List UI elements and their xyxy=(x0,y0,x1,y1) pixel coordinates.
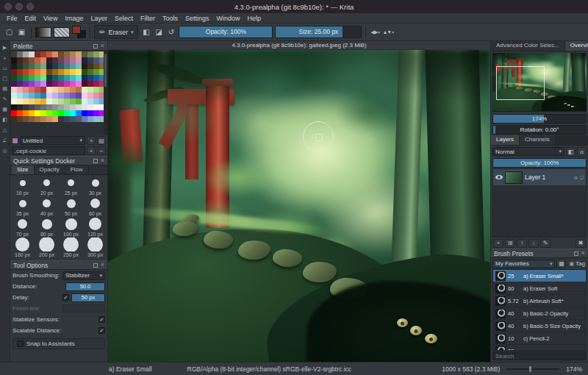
palette-swatch[interactable] xyxy=(82,63,87,69)
palette-swatch[interactable] xyxy=(46,75,52,81)
color-sampler-tool-icon[interactable]: ✎ xyxy=(1,95,10,104)
brush-size-option-25[interactable]: 25 px xyxy=(59,176,83,196)
palette-swatch[interactable] xyxy=(40,87,46,93)
palette-swatch[interactable] xyxy=(64,63,70,69)
palette-swatch[interactable] xyxy=(76,93,82,99)
tab-size[interactable]: Size xyxy=(12,165,35,174)
palette-swatch[interactable] xyxy=(11,116,17,122)
palette-swatch[interactable] xyxy=(11,69,17,75)
palette-swatch[interactable] xyxy=(40,63,46,69)
palette-swatch[interactable] xyxy=(64,87,70,93)
palette-swatch[interactable] xyxy=(46,81,52,87)
save-document-icon[interactable]: ▣ xyxy=(16,26,27,39)
overview-rotation-slider[interactable]: Rotation: 0.00° xyxy=(492,125,587,135)
palette-swatch[interactable] xyxy=(11,93,17,99)
brush-size-option-120[interactable]: 120 px xyxy=(83,217,107,238)
palette-swatch[interactable] xyxy=(70,87,76,93)
palette-swatch[interactable] xyxy=(52,93,58,99)
palette-swatch[interactable] xyxy=(52,81,58,87)
palette-swatch[interactable] xyxy=(23,116,29,122)
palette-swatch[interactable] xyxy=(46,104,52,110)
palette-swatch[interactable] xyxy=(46,63,52,69)
quick-settings-header[interactable]: Quick Settings Docker × xyxy=(10,156,107,165)
palette-swatch[interactable] xyxy=(23,81,29,87)
palette-swatch[interactable] xyxy=(93,51,99,57)
palette-swatch[interactable] xyxy=(46,87,52,93)
palette-swatch[interactable] xyxy=(93,81,99,87)
palette-swatch[interactable] xyxy=(35,63,40,69)
tab-flow[interactable]: Flow xyxy=(65,165,89,174)
palette-swatch[interactable] xyxy=(35,69,40,75)
palette-swatch[interactable] xyxy=(76,51,82,57)
palette-swatch[interactable] xyxy=(76,116,82,122)
palette-swatch[interactable] xyxy=(52,110,58,116)
overview-zoom-slider[interactable]: 174% xyxy=(492,114,587,124)
palette-swatch[interactable] xyxy=(76,99,82,104)
foreground-color-swatch[interactable] xyxy=(72,26,81,34)
palette-swatch[interactable] xyxy=(17,87,23,93)
palette-swatch[interactable] xyxy=(11,110,17,116)
float-docker-icon[interactable] xyxy=(93,159,98,163)
palette-menu-button[interactable]: ▤ xyxy=(97,136,106,145)
palette-swatch[interactable] xyxy=(58,99,64,104)
palette-swatch[interactable] xyxy=(17,75,23,81)
palette-swatch[interactable] xyxy=(58,104,64,110)
palette-swatch[interactable] xyxy=(82,51,87,57)
palette-swatch[interactable] xyxy=(29,75,35,81)
mirror-vertical-icon[interactable]: ▲▼▾ xyxy=(382,26,394,39)
blend-mode-select[interactable]: Normal ▾ xyxy=(492,147,564,156)
preset-view-mode-icon[interactable]: ▦ xyxy=(556,259,566,268)
palette-swatch[interactable] xyxy=(76,110,82,116)
tab-layers[interactable]: Layers xyxy=(491,135,520,145)
palette-swatch[interactable] xyxy=(17,110,23,116)
palette-swatch[interactable] xyxy=(82,110,87,116)
palette-swatch[interactable] xyxy=(11,99,17,104)
palette-swatch[interactable] xyxy=(93,93,99,99)
palette-swatch[interactable] xyxy=(58,69,64,75)
menu-edit[interactable]: Edit xyxy=(21,15,40,22)
palette-swatch[interactable] xyxy=(93,99,99,104)
brush-preset-item[interactable]: 60a) Eraser Soft xyxy=(493,282,586,295)
palette-swatch[interactable] xyxy=(87,87,93,93)
palette-swatch[interactable] xyxy=(70,57,76,63)
palette-swatch[interactable] xyxy=(17,116,23,122)
palette-swatch[interactable] xyxy=(46,99,52,104)
brush-size-option-70[interactable]: 70 px xyxy=(10,217,35,238)
palette-swatch[interactable] xyxy=(64,116,70,122)
brush-preset-item[interactable]: 40b) Basic-5 Size Opacity xyxy=(493,320,586,332)
palette-swatch[interactable] xyxy=(70,51,76,57)
palette-swatch[interactable] xyxy=(52,51,58,57)
palette-swatch[interactable] xyxy=(82,75,87,81)
palette-swatch[interactable] xyxy=(29,110,35,116)
palette-swatch[interactable] xyxy=(70,69,76,75)
add-layer-button[interactable]: + xyxy=(493,239,503,248)
tab-channels[interactable]: Channels xyxy=(520,135,556,145)
palette-swatch[interactable] xyxy=(35,87,40,93)
palette-swatch[interactable] xyxy=(17,93,23,99)
brush-preset-item[interactable]: 25a) Eraser Small* xyxy=(493,270,586,282)
palette-swatch[interactable] xyxy=(17,51,23,57)
palette-swatch[interactable] xyxy=(35,116,40,122)
preset-search-input[interactable] xyxy=(492,351,587,360)
palette-swatch[interactable] xyxy=(82,87,87,93)
snap-to-assistants-checkbox[interactable] xyxy=(17,340,24,347)
overview-view-rect[interactable] xyxy=(496,66,545,100)
palette-swatch[interactable] xyxy=(17,57,23,63)
palette-swatch[interactable] xyxy=(29,57,35,63)
menu-window[interactable]: Window xyxy=(212,15,243,22)
palette-swatch[interactable] xyxy=(40,75,46,81)
palette-swatch[interactable] xyxy=(58,87,64,93)
canvas-viewport[interactable] xyxy=(108,50,490,362)
menu-layer[interactable]: Layer xyxy=(87,15,111,22)
close-docker-icon[interactable]: × xyxy=(101,262,104,268)
delete-layer-button[interactable]: ✖ xyxy=(576,239,586,248)
palette-swatch[interactable] xyxy=(58,63,64,69)
palette-swatch[interactable] xyxy=(46,93,52,99)
zoom-tool-icon[interactable]: ◎ xyxy=(1,146,10,155)
mirror-horizontal-icon[interactable]: ◀▶▾ xyxy=(370,26,381,39)
add-palette-button[interactable]: + xyxy=(87,146,96,155)
palette-swatch[interactable] xyxy=(93,69,99,75)
palette-swatch[interactable] xyxy=(76,75,82,81)
palette-swatch[interactable] xyxy=(76,87,82,93)
palette-swatch[interactable] xyxy=(58,110,64,116)
